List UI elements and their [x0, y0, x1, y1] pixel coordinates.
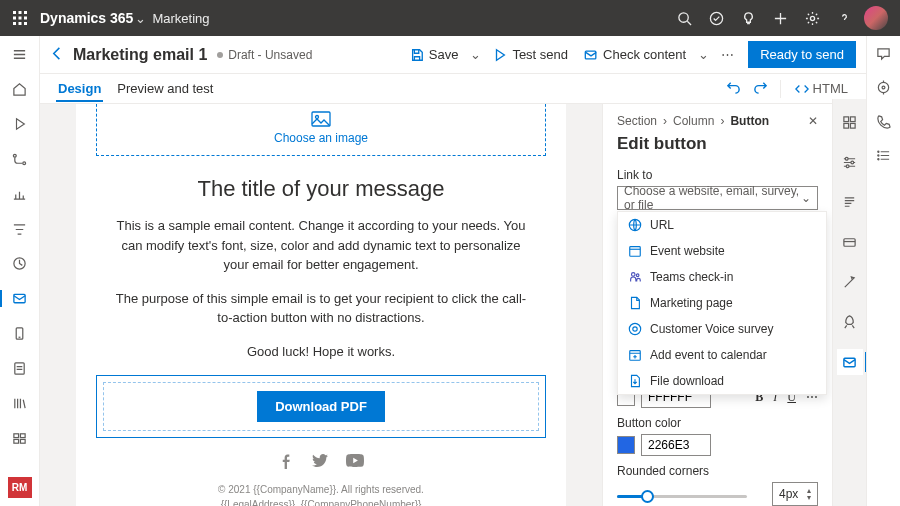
- buttoncolor-input[interactable]: [641, 434, 711, 456]
- svg-rect-39: [844, 238, 855, 246]
- option-url[interactable]: URL: [618, 212, 826, 238]
- filter-icon[interactable]: [6, 219, 34, 240]
- svg-rect-3: [13, 17, 16, 20]
- close-icon[interactable]: ✕: [808, 114, 818, 128]
- youtube-icon[interactable]: [346, 454, 364, 472]
- image-placeholder[interactable]: Choose an image: [96, 104, 546, 156]
- assets-icon[interactable]: [6, 428, 34, 449]
- svg-rect-4: [19, 17, 22, 20]
- journey-icon[interactable]: [6, 149, 34, 170]
- play-icon[interactable]: [6, 114, 34, 135]
- option-marketing-page[interactable]: Marketing page: [618, 290, 826, 316]
- breadcrumb-section[interactable]: Section: [617, 114, 657, 128]
- phone-icon[interactable]: [876, 114, 891, 132]
- choose-image-label: Choose an image: [274, 131, 368, 145]
- email-title[interactable]: The title of your message: [96, 176, 546, 202]
- check-content-button[interactable]: Check content: [576, 43, 694, 66]
- properties-icon[interactable]: [837, 349, 863, 375]
- svg-point-29: [629, 323, 640, 334]
- draft-status: Draft - Unsaved: [217, 48, 312, 62]
- svg-rect-5: [24, 17, 27, 20]
- brand: Dynamics 365: [40, 10, 133, 26]
- elements-icon[interactable]: [837, 109, 863, 135]
- personalize-icon[interactable]: [837, 269, 863, 295]
- ready-to-send-button[interactable]: Ready to send: [748, 41, 856, 68]
- library-icon[interactable]: [6, 393, 34, 414]
- more-commands[interactable]: ⋯: [713, 47, 742, 62]
- linkto-label: Link to: [617, 168, 818, 182]
- email-para-3[interactable]: Good luck! Hope it works.: [110, 342, 532, 362]
- option-teams-checkin[interactable]: Teams check-in: [618, 264, 826, 290]
- facebook-icon[interactable]: [279, 454, 294, 472]
- svg-rect-34: [844, 123, 849, 128]
- rocket-icon[interactable]: [837, 309, 863, 335]
- undo-button[interactable]: [720, 76, 747, 102]
- save-button[interactable]: Save: [402, 43, 467, 66]
- styles-icon[interactable]: [837, 189, 863, 215]
- chat-icon[interactable]: [876, 46, 891, 64]
- avatar[interactable]: [864, 6, 888, 30]
- panel-title: Edit button: [617, 134, 818, 154]
- settings-icon[interactable]: [837, 149, 863, 175]
- brand-chevron[interactable]: ⌄: [135, 11, 146, 26]
- linkto-combobox[interactable]: Choose a website, email, survey, or file…: [617, 186, 818, 210]
- search-icon[interactable]: [668, 2, 700, 34]
- svg-point-11: [810, 16, 814, 20]
- rounded-label: Rounded corners: [617, 464, 818, 478]
- option-file-download[interactable]: File download: [618, 368, 826, 394]
- option-event-website[interactable]: Event website: [618, 238, 826, 264]
- rounded-slider[interactable]: [617, 495, 747, 498]
- tab-design[interactable]: Design: [50, 76, 109, 101]
- app-launcher[interactable]: [8, 6, 32, 30]
- gear-icon[interactable]: [796, 2, 828, 34]
- html-toggle[interactable]: HTML: [787, 77, 856, 100]
- add-icon[interactable]: [764, 2, 796, 34]
- home-icon[interactable]: [6, 79, 34, 100]
- test-send-button[interactable]: Test send: [485, 43, 576, 66]
- email-para-1[interactable]: This is a sample email content. Change i…: [110, 216, 532, 275]
- svg-point-37: [851, 161, 854, 164]
- back-button[interactable]: [50, 46, 65, 64]
- svg-rect-35: [850, 123, 855, 128]
- svg-rect-6: [13, 22, 16, 25]
- svg-point-13: [23, 162, 26, 165]
- mobile-icon[interactable]: [6, 323, 34, 344]
- save-split[interactable]: ⌄: [466, 47, 485, 62]
- checklist-icon[interactable]: [876, 148, 891, 166]
- button-block-selected[interactable]: Download PDF: [96, 375, 546, 438]
- svg-rect-26: [630, 247, 641, 257]
- task-icon[interactable]: [700, 2, 732, 34]
- analytics-icon[interactable]: [6, 184, 34, 205]
- help-icon[interactable]: [828, 2, 860, 34]
- clock-icon[interactable]: [6, 254, 34, 275]
- svg-point-41: [878, 82, 888, 92]
- bulb-icon[interactable]: [732, 2, 764, 34]
- svg-rect-32: [844, 116, 849, 121]
- svg-rect-1: [19, 11, 22, 14]
- layers-icon[interactable]: [837, 229, 863, 255]
- buttoncolor-label: Button color: [617, 416, 818, 430]
- menu-icon[interactable]: [6, 44, 34, 65]
- twitter-icon[interactable]: [312, 454, 328, 472]
- forms-icon[interactable]: [6, 358, 34, 379]
- svg-rect-40: [844, 358, 855, 366]
- svg-point-42: [882, 86, 885, 89]
- email-cta-button[interactable]: Download PDF: [257, 391, 385, 422]
- email-para-2[interactable]: The purpose of this simple email is to g…: [110, 289, 532, 328]
- org-badge[interactable]: RM: [8, 477, 32, 498]
- option-customer-voice[interactable]: Customer Voice survey: [618, 316, 826, 342]
- rounded-input[interactable]: 4px▴▾: [772, 482, 818, 506]
- chevron-down-icon: ⌄: [801, 191, 811, 205]
- mail-icon[interactable]: [6, 288, 34, 309]
- buttoncolor-swatch[interactable]: [617, 436, 635, 454]
- assist-icon[interactable]: [876, 80, 891, 98]
- tab-preview[interactable]: Preview and test: [109, 76, 221, 101]
- svg-point-44: [878, 155, 879, 156]
- page-title: Marketing email 1: [73, 46, 207, 64]
- svg-point-45: [878, 159, 879, 160]
- svg-point-9: [678, 12, 687, 21]
- breadcrumb-column[interactable]: Column: [673, 114, 714, 128]
- redo-button[interactable]: [747, 76, 774, 102]
- check-split[interactable]: ⌄: [694, 47, 713, 62]
- option-add-event[interactable]: Add event to calendar: [618, 342, 826, 368]
